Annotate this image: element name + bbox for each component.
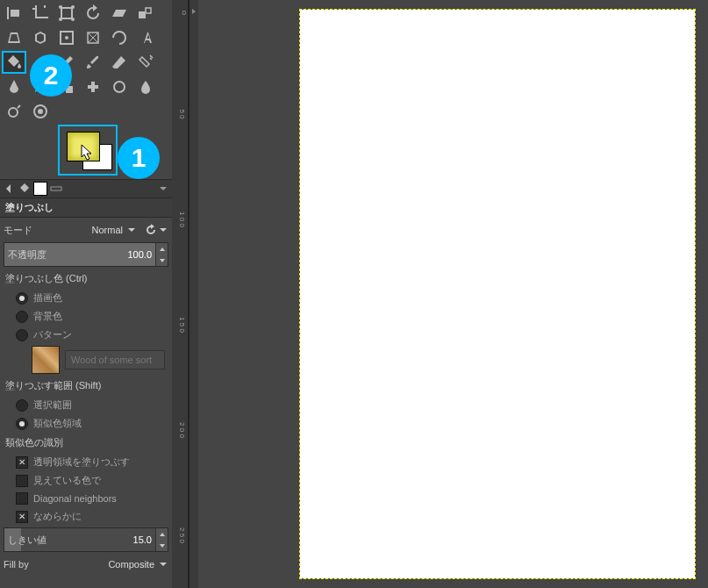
tool-bucket-fill-icon[interactable]: [2, 51, 26, 74]
svg-point-3: [71, 5, 75, 9]
tool-shear-icon[interactable]: [107, 2, 132, 25]
diagonal-label: Diagonal neighbors: [33, 493, 117, 504]
tool-ink-icon[interactable]: [2, 75, 26, 98]
tool-dodge-icon[interactable]: [2, 100, 26, 123]
white-swatch-icon[interactable]: [33, 182, 47, 196]
prev-icon[interactable]: [2, 182, 16, 196]
expand-right-icon[interactable]: [190, 7, 197, 16]
reset-mode-icon[interactable]: [144, 223, 158, 237]
radio-icon: [16, 311, 28, 323]
fill-similar-label: 類似色領域: [33, 417, 82, 430]
radio-icon: [16, 418, 28, 430]
tool-heal-icon[interactable]: [81, 75, 105, 98]
fill-pattern-label: パターン: [33, 328, 72, 341]
checkbox-icon: ✕: [16, 456, 28, 469]
svg-point-4: [59, 18, 62, 21]
checkbox-icon: [16, 475, 28, 487]
fill-by-row[interactable]: Fill by Composite: [4, 554, 168, 575]
fill-fg-radio[interactable]: 描画色: [4, 289, 168, 307]
chevron-down-icon: [126, 225, 137, 235]
pattern-swatch[interactable]: [32, 346, 60, 374]
similar-header: 類似色の識別: [4, 433, 168, 453]
svg-point-14: [114, 82, 125, 92]
fill-fg-label: 描画色: [33, 291, 62, 305]
threshold-spinner[interactable]: [155, 528, 168, 551]
radio-icon: [16, 399, 28, 412]
mode-label: モード: [4, 224, 32, 237]
svg-point-17: [38, 109, 43, 114]
tool-3dtransform-icon[interactable]: [28, 26, 53, 49]
fill-pattern-radio[interactable]: パターン: [4, 326, 168, 344]
svg-rect-6: [139, 11, 146, 18]
fill-by-value: Composite: [108, 559, 154, 570]
visible-color-label: 見えている色で: [33, 474, 101, 487]
toolbox-grid: 1: [0, 0, 172, 179]
ruler-tick: 2 5 0: [178, 527, 186, 543]
tool-perspective-icon[interactable]: [2, 26, 26, 49]
checkbox-icon: ✕: [16, 511, 28, 523]
annotation-bubble-1: 1: [118, 137, 160, 179]
radio-icon: [16, 292, 28, 305]
tool-smudge-icon[interactable]: [133, 75, 158, 98]
opacity-label: 不透明度: [8, 248, 46, 262]
tool-cage-icon[interactable]: [81, 26, 105, 49]
fill-selection-label: 選択範囲: [33, 398, 72, 412]
svg-rect-1: [11, 10, 19, 17]
mode-value: Normal: [92, 225, 123, 235]
tool-options-title: 塗りつぶし: [0, 198, 172, 218]
fill-bg-radio[interactable]: 背景色: [4, 307, 168, 326]
ruler-tick: 1 0 0: [178, 212, 186, 227]
opacity-slider[interactable]: 不透明度 100.0: [4, 242, 168, 267]
tool-airbrush-icon[interactable]: [133, 51, 158, 74]
canvas-viewport[interactable]: [198, 0, 708, 588]
threshold-value: 15.0: [133, 534, 152, 545]
pointer-cursor-icon: [81, 144, 93, 161]
vertical-scrollbar-docker[interactable]: [189, 0, 198, 588]
tool-warp-icon[interactable]: [107, 26, 132, 49]
opacity-value: 100.0: [127, 249, 152, 260]
tool-options-tab-bar: [0, 179, 172, 198]
tool-brush-icon[interactable]: [81, 51, 105, 74]
ruler-tick: 0: [182, 9, 186, 17]
pattern-name-field[interactable]: Wood of some sort: [65, 350, 165, 369]
svg-rect-13: [91, 82, 95, 92]
annotation-bubble-2: 2: [30, 54, 72, 97]
fill-bg-label: 背景色: [33, 310, 62, 323]
mode-row[interactable]: モード Normal: [4, 219, 168, 240]
tool-transform-icon[interactable]: [54, 2, 79, 25]
fill-color-header: 塗りつぶし色 (Ctrl): [4, 269, 168, 289]
svg-point-5: [71, 18, 75, 21]
opacity-spinner[interactable]: [155, 243, 168, 266]
tool-crop-icon[interactable]: [28, 2, 53, 25]
smooth-check[interactable]: ✕ なめらかに: [4, 507, 168, 526]
radio-icon: [16, 329, 28, 341]
threshold-slider[interactable]: しきい値 15.0: [4, 527, 168, 552]
tool-align-icon[interactable]: [2, 2, 26, 25]
tab-menu-icon[interactable]: [156, 182, 170, 196]
tool-eraser-icon[interactable]: [107, 51, 132, 74]
tool-handle-icon[interactable]: [54, 26, 79, 49]
fill-similar-radio[interactable]: 類似色領域: [4, 414, 168, 433]
tool-text-icon[interactable]: [133, 26, 158, 49]
svg-point-9: [65, 36, 68, 39]
fill-selection-radio[interactable]: 選択範囲: [4, 396, 168, 414]
image-canvas[interactable]: [300, 10, 695, 578]
tool-blur-icon[interactable]: [107, 75, 132, 98]
ruler-tick: 2 0 0: [178, 422, 186, 438]
chevron-down-icon: [158, 559, 168, 570]
chevron-down-icon[interactable]: [158, 225, 168, 235]
svg-rect-0: [7, 7, 9, 19]
config-arrow-icon[interactable]: [49, 182, 63, 196]
tool-rotate-icon[interactable]: [81, 2, 105, 25]
ruler-tick: 5 0: [178, 109, 186, 118]
svg-rect-7: [146, 8, 151, 13]
visible-color-check[interactable]: 見えている色で: [4, 471, 168, 490]
vertical-ruler: 0 5 0 1 0 0 1 5 0 2 0 0 2 5 0: [172, 0, 189, 588]
diagonal-neighbors-check[interactable]: Diagonal neighbors: [4, 490, 168, 507]
fill-transparent-check[interactable]: ✕ 透明領域を塗りつぶす: [4, 453, 168, 471]
tool-scale-icon[interactable]: [133, 2, 158, 25]
checkbox-icon: [16, 492, 28, 505]
tool-perspective-clone-icon[interactable]: [28, 100, 53, 123]
bucket-small-icon[interactable]: [18, 182, 32, 196]
fill-by-label: Fill by: [4, 559, 29, 570]
